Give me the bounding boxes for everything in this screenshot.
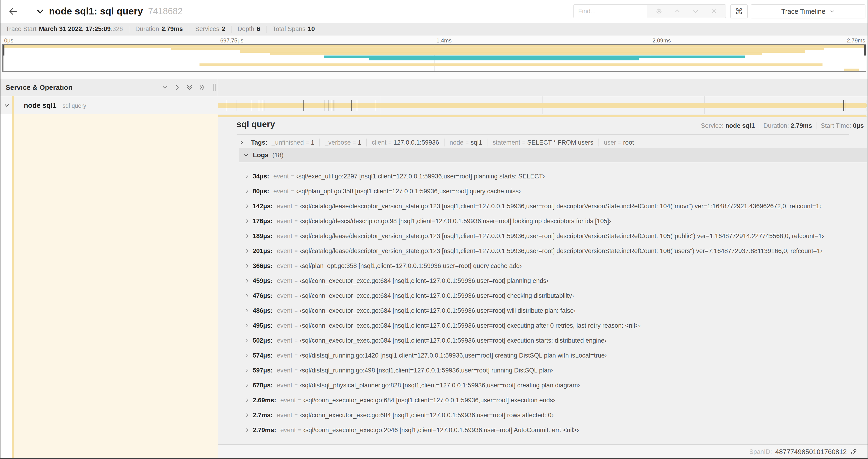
tag-equals: = xyxy=(522,139,525,146)
back-button[interactable] xyxy=(0,0,26,23)
span-name-column: node sql1 sql query xyxy=(24,96,86,114)
log-row-34μs[interactable]: 34μs:event=‹sql/exec_util.go:2297 [nsql1… xyxy=(244,171,545,182)
span-row-node-sql1[interactable]: node sql1 sql query xyxy=(0,96,868,114)
next-result-icon[interactable] xyxy=(689,5,702,18)
log-row-495μs[interactable]: 495μs:event=‹sql/conn_executor_exec.go:6… xyxy=(244,320,641,331)
top-header: node sql1: sql query 7418682 xyxy=(0,0,868,23)
log-row-597μs[interactable]: 597μs:event=‹sql/distsql_running.go:498 … xyxy=(244,365,553,376)
locate-icon[interactable] xyxy=(653,5,665,18)
log-field-key: event xyxy=(277,277,292,285)
log-field-key: event xyxy=(277,307,292,315)
log-field-key: event xyxy=(277,248,292,255)
collapse-controls xyxy=(161,78,206,96)
tag-equals: = xyxy=(352,139,356,146)
logs-header[interactable]: Logs (18) xyxy=(239,148,867,162)
minimap-canvas[interactable] xyxy=(2,44,866,72)
log-row-2.7ms[interactable]: 2.7ms:event=‹sql/conn_executor_exec.go:6… xyxy=(244,409,554,421)
log-marker-tick xyxy=(867,100,867,111)
log-field-key: event xyxy=(277,218,292,225)
log-marker-tick xyxy=(324,100,325,111)
trace-title-chevron-icon[interactable] xyxy=(35,7,45,16)
minimap-tick-label: 1.4ms xyxy=(436,37,452,44)
span-collapse-chevron-icon[interactable] xyxy=(4,102,10,108)
column-resizer-grip[interactable] xyxy=(211,84,218,92)
log-field-key: event xyxy=(277,352,292,359)
span-id-bar: SpanID: 4877749850101760812 xyxy=(218,444,868,459)
log-field-key: event xyxy=(277,233,292,240)
log-row-502μs[interactable]: 502μs:event=‹sql/conn_executor_exec.go:6… xyxy=(244,335,607,346)
logs-count: (18) xyxy=(272,152,283,159)
expand-all-icon[interactable] xyxy=(198,84,206,91)
tags-label: Tags: xyxy=(251,139,268,146)
log-row-366μs[interactable]: 366μs:event=‹sql/plan_opt.go:358 [nsql1,… xyxy=(244,260,522,271)
log-equals: = xyxy=(294,382,298,389)
page-title: node sql1: sql query xyxy=(49,6,143,17)
tags-row[interactable]: Tags: _unfinished=1_verbose=1client=127.… xyxy=(239,138,636,146)
tag-value: 127.0.0.1:59936 xyxy=(394,139,439,146)
log-row-574μs[interactable]: 574μs:event=‹sql/distsql_running.go:1420… xyxy=(244,350,607,361)
trace-id: 7418682 xyxy=(148,6,183,16)
tag-value: SELECT * FROM users xyxy=(527,139,593,146)
log-row-2.69ms[interactable]: 2.69ms:event=‹sql/conn_executor_exec.go:… xyxy=(244,395,555,406)
log-chevron-icon xyxy=(244,174,249,179)
service-name: node sql1 xyxy=(24,101,57,109)
log-row-486μs[interactable]: 486μs:event=‹sql/conn_executor_exec.go:6… xyxy=(244,305,576,316)
log-field-key: event xyxy=(274,173,289,180)
find-suffix-toolbar xyxy=(647,4,726,18)
tag-key: _verbose xyxy=(325,139,351,146)
log-row-176μs[interactable]: 176μs:event=‹sql/catalog/descs/descripto… xyxy=(244,216,611,227)
log-equals: = xyxy=(291,173,294,179)
log-row-476μs[interactable]: 476μs:event=‹sql/conn_executor_exec.go:6… xyxy=(244,290,574,301)
log-field-value: ‹sql/conn_executor_exec.go:684 [nsql1,cl… xyxy=(300,412,554,419)
log-chevron-icon xyxy=(244,368,249,373)
trace-start-value: March 31 2022, 17:25:09 xyxy=(39,25,111,33)
log-field-value: ‹sql/distsql_running.go:1420 [nsql1,clie… xyxy=(300,352,607,359)
trace-view-select[interactable]: Trace Timeline xyxy=(751,4,865,19)
log-marker-tick xyxy=(259,100,259,111)
clear-find-icon[interactable] xyxy=(708,5,720,18)
duration-label: Duration: xyxy=(764,122,789,129)
log-equals: = xyxy=(294,218,298,224)
expand-one-icon[interactable] xyxy=(174,84,181,91)
tag-value: 1 xyxy=(358,139,361,146)
minimap-left-scrubber[interactable] xyxy=(3,45,4,56)
log-row-678μs[interactable]: 678μs:event=‹sql/distsql_physical_planne… xyxy=(244,380,580,391)
tag-key: statement xyxy=(493,139,520,146)
log-field-key: event xyxy=(274,188,289,195)
minimap-right-scrubber[interactable] xyxy=(864,45,866,56)
minimap-tick-label: 2.79ms xyxy=(847,37,865,44)
log-row-459μs[interactable]: 459μs:event=‹sql/conn_executor_exec.go:6… xyxy=(244,275,548,286)
span-duration-bar[interactable] xyxy=(218,103,867,108)
log-chevron-icon xyxy=(244,308,249,313)
minimap-span-bar xyxy=(171,48,824,50)
detail-divider xyxy=(237,134,849,135)
back-arrow-icon xyxy=(8,6,19,17)
log-field-value: ‹sql/conn_executor_exec.go:2046 [nsql1,c… xyxy=(303,427,579,434)
log-row-201μs[interactable]: 201μs:event=‹sql/catalog/lease/descripto… xyxy=(244,245,823,257)
log-chevron-icon xyxy=(244,219,249,224)
tag-separator xyxy=(444,138,444,146)
minimap-span-bar xyxy=(3,45,866,47)
find-group xyxy=(573,4,726,18)
log-marker-tick xyxy=(331,100,331,111)
log-timestamp: 597μs: xyxy=(253,367,273,374)
collapse-one-icon[interactable] xyxy=(161,84,168,91)
log-row-189μs[interactable]: 189μs:event=‹sql/catalog/lease/descripto… xyxy=(244,230,824,242)
log-row-142μs[interactable]: 142μs:event=‹sql/catalog/lease/descripto… xyxy=(244,201,822,212)
detail-color-strip xyxy=(12,114,14,459)
log-row-80μs[interactable]: 80μs:event=‹sql/plan_opt.go:358 [nsql1,c… xyxy=(244,186,521,197)
find-input[interactable] xyxy=(573,4,647,18)
log-field-key: event xyxy=(277,412,292,419)
tag-separator xyxy=(598,138,599,146)
log-chevron-icon xyxy=(244,263,249,268)
log-row-2.79ms[interactable]: 2.79ms:event=‹sql/conn_executor_exec.go:… xyxy=(244,424,579,436)
log-marker-tick xyxy=(357,100,357,111)
deep-link-icon[interactable] xyxy=(850,448,858,456)
prev-result-icon[interactable] xyxy=(671,5,684,18)
log-field-value: ‹sql/conn_executor_exec.go:684 [nsql1,cl… xyxy=(300,307,576,315)
log-chevron-icon xyxy=(244,204,249,209)
collapse-all-icon[interactable] xyxy=(186,84,193,91)
trace-view-label: Trace Timeline xyxy=(781,8,825,15)
keyboard-shortcuts-button[interactable]: ⌘ xyxy=(730,4,748,19)
minimap-span-bar xyxy=(240,51,805,53)
